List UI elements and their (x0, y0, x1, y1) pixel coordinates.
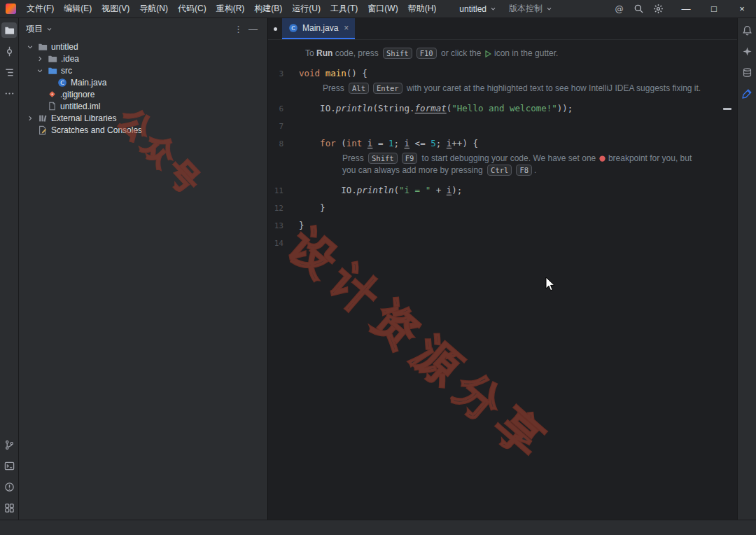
code-line: 6 IO.println(String.format("Hello and we… (268, 97, 737, 115)
version-control-tool-button[interactable] (1, 437, 17, 452)
project-selector[interactable]: untitled (459, 4, 496, 14)
menu-item-1[interactable]: 编辑(E) (59, 1, 97, 16)
menu-item-7[interactable]: 运行(U) (287, 1, 326, 16)
vcs-selector[interactable]: 版本控制 (509, 3, 552, 15)
title-bar: 文件(F)编辑(E)视图(V)导航(N)代码(C)重构(R)构建(B)运行(U)… (0, 0, 756, 18)
menu-item-9[interactable]: 窗口(W) (363, 1, 402, 16)
terminal-tool-button[interactable] (1, 458, 17, 473)
settings-icon (653, 4, 664, 14)
menu-item-2[interactable]: 视图(V) (97, 1, 134, 16)
ai-assistant-icon (742, 46, 752, 57)
database-tool-button[interactable] (739, 64, 755, 80)
menu-item-0[interactable]: 文件(F) (22, 1, 59, 16)
menu-item-8[interactable]: 工具(T) (326, 1, 363, 16)
chevron-down-icon (490, 6, 496, 12)
tree-item-main-java[interactable]: CMain.java (19, 76, 267, 88)
tab-main-java[interactable]: C Main.java × (282, 18, 355, 39)
settings-button[interactable] (650, 1, 666, 17)
key-badge: F8 (516, 165, 532, 176)
code-text: } (299, 219, 304, 232)
left-rail-top (1, 22, 17, 101)
minimize-button[interactable]: — (672, 0, 700, 18)
menu-item-5[interactable]: 重构(R) (211, 1, 250, 16)
folder-icon (48, 54, 57, 64)
tree-item-untitled-iml[interactable]: untitled.iml (19, 100, 267, 112)
svg-text:@: @ (615, 4, 623, 14)
problems-tool-button[interactable] (1, 479, 17, 494)
tree-item-external-libraries[interactable]: External Libraries (19, 112, 267, 124)
vcs-selector-label: 版本控制 (509, 3, 542, 15)
left-rail-bottom (1, 437, 17, 515)
code-line: 7 (268, 115, 737, 132)
menu-item-10[interactable]: 帮助(H) (403, 1, 442, 16)
code-line: 12 } (268, 197, 737, 214)
right-tool-rail (737, 18, 756, 520)
close-button[interactable]: × (728, 0, 756, 18)
chevron-right-icon[interactable] (36, 55, 44, 62)
structure-tool-button[interactable] (1, 64, 17, 80)
folder-src-icon (48, 66, 57, 76)
line-number: 14 (268, 237, 284, 249)
edit-blue-tool-button[interactable] (739, 85, 755, 101)
menu-item-3[interactable]: 导航(N) (134, 1, 173, 16)
scratch-icon (38, 125, 48, 135)
commit-tool-button[interactable] (1, 43, 17, 59)
notifications-tool-button[interactable] (739, 22, 755, 38)
scrollbar-mark (723, 108, 732, 110)
tree-item-scratches-and-consoles[interactable]: Scratches and Consoles (19, 124, 267, 136)
at-button[interactable]: @ (610, 1, 627, 17)
hint-text: Press AltEnter with your caret at the hi… (323, 83, 701, 95)
chevron-right-icon[interactable] (26, 115, 34, 122)
more-tool-button[interactable] (1, 85, 17, 101)
search-icon (634, 4, 644, 14)
editor-area[interactable]: C Main.java × To Run code, press ShiftF1… (268, 18, 737, 520)
tree-item-untitled[interactable]: untitled (19, 41, 267, 53)
tree-item-label: untitled.iml (60, 102, 100, 111)
chevron-down-icon (546, 6, 552, 12)
code-text: } (299, 202, 326, 214)
modified-dot-icon (274, 27, 277, 31)
tree-item-gitignore[interactable]: .gitignore (19, 88, 267, 100)
line-number: 13 (268, 219, 284, 232)
project-tool-button[interactable] (1, 22, 17, 38)
chevron-down-icon (46, 26, 52, 32)
ai-assistant-tool-button[interactable] (739, 43, 755, 59)
intellij-window: 文件(F)编辑(E)视图(V)导航(N)代码(C)重构(R)构建(B)运行(U)… (0, 0, 756, 535)
java-class-icon: C (288, 23, 298, 33)
maximize-button[interactable]: □ (700, 0, 728, 18)
key-badge: Shift (383, 48, 412, 59)
titlebar-tools: @ (610, 1, 672, 17)
line-number: 11 (268, 184, 284, 197)
chevron-down-icon[interactable] (26, 43, 34, 50)
key-badge: Alt (349, 83, 369, 94)
options-icon[interactable]: ⋮ (231, 24, 246, 34)
tree-item-idea[interactable]: .idea (19, 53, 267, 64)
main-area: 项目 ⋮— untitled.ideasrcCMain.java.gitigno… (0, 18, 756, 520)
editor-hint-line: To Run code, press ShiftF10 or click the… (268, 48, 737, 60)
tree-item-src[interactable]: src (19, 64, 267, 76)
menu-item-4[interactable]: 代码(C) (173, 1, 211, 16)
commit-icon (4, 46, 15, 57)
problems-icon (4, 482, 15, 492)
line-number: 3 (268, 67, 284, 80)
code-editor[interactable]: To Run code, press ShiftF10 or click the… (268, 40, 737, 520)
file-icon (48, 102, 57, 111)
line-number: 6 (268, 102, 284, 115)
search-button[interactable] (630, 1, 647, 17)
notifications-icon (742, 25, 752, 36)
services-tool-button[interactable] (1, 500, 17, 515)
at-icon: @ (614, 4, 624, 14)
chevron-down-icon[interactable] (36, 67, 44, 74)
key-badge: Enter (373, 83, 402, 94)
tab-label: Main.java (302, 23, 338, 33)
editor-hint-line: Press AltEnter with your caret at the hi… (268, 83, 737, 95)
project-tree: untitled.ideasrcCMain.java.gitignoreunti… (19, 39, 267, 520)
project-selector-label: untitled (459, 4, 486, 14)
tab-close-icon[interactable]: × (344, 23, 349, 33)
window-controls: —□× (672, 0, 756, 18)
code-text: void main() { (299, 67, 368, 80)
services-icon (4, 503, 15, 513)
editor-tab-bar: C Main.java × (268, 18, 737, 40)
hide-icon[interactable]: — (246, 24, 260, 34)
menu-item-6[interactable]: 构建(B) (249, 1, 287, 16)
